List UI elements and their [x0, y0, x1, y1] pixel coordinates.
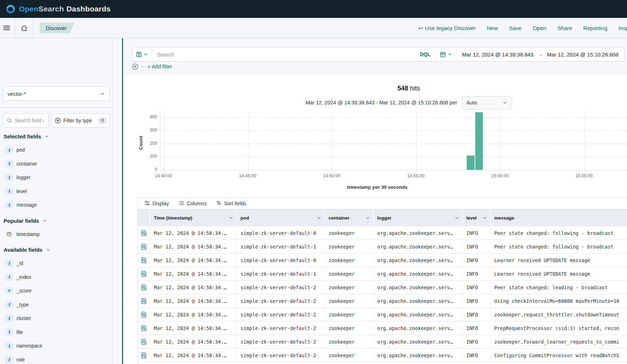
expand-row-button[interactable] [138, 349, 150, 362]
navbar-link-save[interactable]: Save [509, 25, 521, 31]
query-language-button[interactable]: DQL [414, 48, 436, 61]
expand-row-button[interactable] [138, 321, 150, 335]
field-_score[interactable]: #_score [3, 284, 110, 298]
header-cell-message[interactable]: message [491, 210, 627, 226]
cell-message: zookeeper.forward_learner_requests_to_co… [491, 335, 627, 348]
expand-row-button[interactable] [138, 335, 150, 348]
grid-toolbar-display[interactable]: Display [144, 200, 169, 207]
chart-subtitle: Mar 12, 2024 @ 14:39:38.843 - Mar 12, 20… [306, 100, 457, 105]
field-namespace[interactable]: tnamespace [3, 339, 110, 353]
field-message[interactable]: tmessage [3, 198, 110, 212]
table-row: Mar 12, 2024 @ 14:58:34.…simple-zk-serve… [138, 254, 627, 267]
section-title-label: Selected fields [4, 133, 41, 139]
header-cell-level[interactable]: level [463, 210, 491, 226]
calendar-icon [440, 51, 446, 58]
field-section-title-available-fields[interactable]: Available fields [3, 243, 110, 256]
header-cell-pod[interactable]: pod [237, 210, 325, 226]
divider [33, 18, 33, 38]
navbar-link-inspect[interactable]: Inspect [618, 25, 627, 31]
grid-toolbar-sort-fields[interactable]: Sort fields [216, 200, 246, 207]
field-_id[interactable]: t_id [3, 256, 110, 270]
grid-toolbar-columns[interactable]: Columns [179, 200, 206, 207]
field-section-title-selected-fields[interactable]: Selected fields [3, 130, 110, 143]
field-file[interactable]: tfile [3, 325, 110, 339]
field-role[interactable]: trole [3, 353, 110, 364]
filter-icon[interactable] [132, 63, 138, 70]
home-icon [21, 25, 28, 31]
navbar-link-label: New [487, 25, 498, 31]
field-search-input[interactable] [15, 118, 43, 123]
search-input[interactable] [157, 51, 414, 58]
expand-row-button[interactable] [138, 254, 150, 267]
expand-row-button[interactable] [138, 240, 150, 253]
navbar-link-label: Inspect [618, 25, 627, 31]
x-gridline [248, 111, 248, 170]
expand-row-button[interactable] [138, 226, 150, 240]
header-cell-logger[interactable]: logger [374, 210, 463, 226]
x-tick-label: 15:00:00 [491, 173, 509, 178]
cell-level: INFO [463, 226, 491, 240]
cell-level: INFO [463, 240, 491, 253]
header-cell-time-timestamp-[interactable]: Time (timestamp) [150, 210, 237, 226]
navbar-link-open[interactable]: Open [533, 25, 546, 31]
results-grid-panel: DisplayColumnsSort fields Time (timestam… [137, 197, 627, 364]
interval-select[interactable]: Auto [462, 96, 512, 109]
index-pattern-select[interactable]: vector-* [3, 87, 110, 101]
search-icon [7, 118, 12, 123]
menu-button[interactable] [0, 18, 13, 38]
field-level[interactable]: tlevel [3, 185, 110, 198]
column-label: logger [377, 215, 392, 221]
field-name-label: _type [16, 302, 29, 308]
date-quick-select-button[interactable] [436, 48, 456, 61]
field-_index[interactable]: t_index [3, 270, 110, 284]
column-label: message [494, 215, 514, 221]
field-name-label: _index [16, 274, 31, 280]
expand-document-icon [141, 352, 147, 359]
filter-by-type-button[interactable]: Filter by type 0 [51, 113, 110, 128]
field-pod[interactable]: tpod [3, 143, 110, 157]
column-label: pod [240, 215, 249, 221]
navbar-link-new[interactable]: New [487, 25, 498, 31]
histogram-bar[interactable] [475, 112, 483, 170]
expand-row-button[interactable] [138, 308, 150, 321]
expand-row-button[interactable] [138, 281, 150, 294]
cell-logger: org.apache.zookeeper.serv… [374, 308, 463, 321]
field-container[interactable]: tcontainer [3, 157, 110, 171]
header-cell-container[interactable]: container [325, 210, 374, 226]
date-range-start[interactable]: Mar 12, 2024 @ 14:39:38.843 [462, 51, 534, 58]
chevron-down-icon [482, 216, 487, 220]
field-_type[interactable]: t_type [3, 298, 110, 312]
string-type-icon: t [5, 301, 13, 308]
field-section-title-popular-fields[interactable]: Popular fields [3, 214, 110, 227]
toolbar-item-label: Display [152, 201, 169, 206]
breadcrumb[interactable]: Discover [40, 23, 74, 33]
expand-row-button[interactable] [138, 267, 150, 280]
field-logger[interactable]: tlogger [3, 171, 110, 185]
navbar-link-share[interactable]: Share [557, 25, 572, 31]
navbar-link-reporting[interactable]: Reporting [583, 25, 607, 31]
field-timestamp[interactable]: timestamp [3, 227, 110, 241]
field-cluster[interactable]: tcluster [3, 311, 110, 325]
cell-level: INFO [463, 267, 491, 280]
date-range-end[interactable]: Mar 12, 2024 @ 15:10:26.608 [547, 51, 618, 58]
y-gridline [160, 131, 627, 131]
add-filter-link[interactable]: + Add filter [147, 64, 172, 69]
y-tick-label: 400 [132, 114, 157, 119]
grid-body: Mar 12, 2024 @ 14:58:34.…simple-zk-serve… [138, 226, 627, 362]
expand-document-icon [141, 284, 147, 291]
cell-level: INFO [463, 349, 491, 362]
saved-queries-button[interactable] [132, 48, 152, 61]
opensearch-discover-page: { "brand": { "open": "Open", "search": "… [0, 0, 627, 364]
string-type-icon: t [5, 188, 13, 195]
cell-message: Peer state changed: following - broadcas… [491, 240, 627, 253]
cell-message: zookeeper.request_throttler.shutdownTime… [491, 308, 627, 321]
string-type-icon: t [5, 146, 13, 153]
expand-document-icon [141, 230, 147, 236]
toolbar-item-label: Sort fields [224, 201, 246, 206]
histogram-bar[interactable] [467, 156, 475, 170]
navbar-link-use-legacy-discover[interactable]: ↩Use legacy Discover [418, 25, 476, 31]
navbar-link-label: Reporting [583, 25, 607, 31]
expand-row-button[interactable] [138, 294, 150, 308]
cell-time: Mar 12, 2024 @ 14:58:34.… [150, 226, 237, 240]
home-button[interactable] [18, 18, 30, 38]
